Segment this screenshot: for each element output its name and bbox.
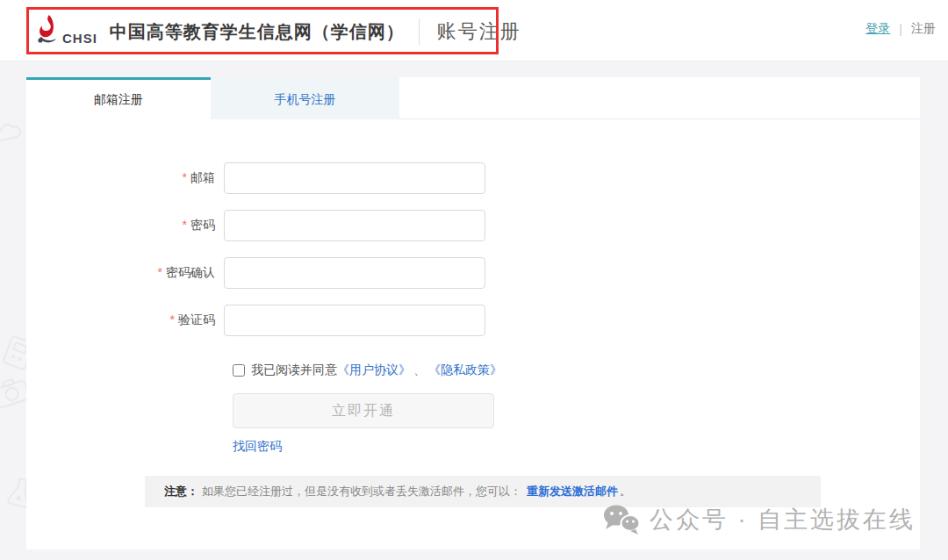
tab-row: 邮箱注册 手机号注册 [26, 77, 920, 119]
captcha-input[interactable] [224, 305, 485, 336]
captcha-label: *验证码 [26, 312, 224, 328]
password-field-row: *密码 [26, 210, 518, 241]
email-label: *邮箱 [26, 170, 224, 186]
agreement-checkbox[interactable] [233, 364, 245, 377]
submit-button[interactable]: 立即开通 [233, 393, 494, 428]
logo-text: CHSI [62, 31, 97, 46]
notice-text: 如果您已经注册过，但是没有收到或者丢失激活邮件，您可以： [202, 484, 521, 499]
brand-block: CHSI 中国高等教育学生信息网（学信网） 账号注册 [37, 12, 521, 51]
brand-divider [419, 18, 420, 45]
password-input[interactable] [224, 210, 485, 241]
user-agreement-link[interactable]: 《用户协议》 [337, 363, 411, 378]
registration-page: { "header": { "logo_text": "CHSI", "site… [0, 0, 948, 560]
required-marker: * [183, 218, 187, 232]
tab-phone-register[interactable]: 手机号注册 [211, 77, 399, 119]
notice-bar: 注意： 如果您已经注册过，但是没有收到或者丢失激活邮件，您可以： 重新发送激活邮… [145, 476, 821, 507]
header-bar: CHSI 中国高等教育学生信息网（学信网） 账号注册 登录 | 注册 [0, 0, 948, 61]
agreement-separator: 、 [413, 363, 426, 378]
agreement-text: 我已阅读并同意 [251, 363, 337, 378]
agreement-row: 我已阅读并同意 《用户协议》 、 《隐私政策》 [233, 363, 502, 378]
privacy-policy-link[interactable]: 《隐私政策》 [428, 363, 502, 378]
top-nav: 登录 | 注册 [865, 21, 936, 37]
required-marker: * [158, 265, 162, 279]
forgot-password-link[interactable]: 找回密码 [233, 439, 282, 455]
email-field-row: *邮箱 [26, 162, 518, 194]
cloud-icon [0, 118, 25, 146]
password-confirm-label: *密码确认 [26, 265, 224, 281]
nav-separator: | [899, 22, 902, 36]
registration-card: 邮箱注册 手机号注册 *邮箱 *密码 *密码确认 *验证码 我已阅读并同意 《用… [26, 77, 920, 549]
register-link[interactable]: 注册 [911, 21, 936, 37]
resend-activation-link[interactable]: 重新发送激活邮件 [527, 484, 618, 499]
page-title: 账号注册 [437, 18, 521, 45]
required-marker: * [183, 170, 187, 184]
tab-email-register[interactable]: 邮箱注册 [26, 77, 211, 119]
notice-suffix: 。 [620, 484, 631, 499]
notice-label: 注意： [164, 484, 198, 499]
password-confirm-input[interactable] [224, 257, 485, 289]
login-link[interactable]: 登录 [865, 21, 890, 37]
chsi-flame-icon: CHSI [37, 14, 97, 49]
chsi-flame-icon [37, 14, 60, 49]
required-marker: * [170, 312, 175, 327]
site-name: 中国高等教育学生信息网（学信网） [110, 20, 405, 44]
email-input[interactable] [224, 162, 485, 194]
tab-email-label: 邮箱注册 [94, 92, 143, 108]
password-label: *密码 [26, 218, 224, 233]
password-confirm-field-row: *密码确认 [26, 257, 518, 289]
tab-phone-label: 手机号注册 [275, 92, 336, 108]
captcha-field-row: *验证码 [26, 305, 518, 336]
